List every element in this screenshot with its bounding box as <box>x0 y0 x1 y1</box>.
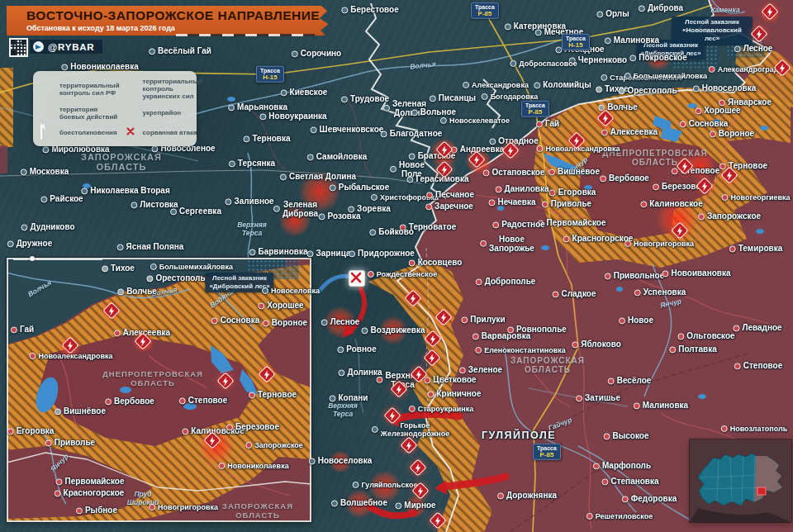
title-banner: ВОСТОЧНО-ЗАПОРОЖСКОЕ НАПРАВЛЕНИЕ Обстано… <box>7 6 330 36</box>
qr-code <box>9 38 28 57</box>
legend-icon-cell <box>124 126 139 140</box>
legend-item-label: территориальный контроль украинских сил <box>143 78 203 101</box>
map-subtitle: Обстановка к исходу 18 марта 2026 года <box>26 24 330 32</box>
telegram-icon <box>33 41 44 52</box>
legend-item-label: территориальный контроль сил РФ <box>59 82 120 97</box>
rf-attack-arrow <box>370 506 415 515</box>
legend-failed-attack-icon <box>124 125 126 140</box>
scalebar <box>176 34 315 36</box>
failed-attack-icon <box>349 270 365 287</box>
inset-scalebar <box>13 259 102 260</box>
legend-item-label: боестолкновения <box>59 129 120 136</box>
rf-attack-arrow <box>444 477 506 487</box>
legend-item-label: укрепрайон <box>143 109 203 116</box>
legend-clash-icon <box>40 125 42 140</box>
arrow-head <box>434 480 447 495</box>
legend-panel: территориальный контроль сил РФтерритори… <box>33 71 197 146</box>
rf-attack-arrow <box>396 414 459 419</box>
legend-item-label: сорванная атака <box>143 129 203 136</box>
map-canvas: Весёлый ГайБерестовоеСорочиноКатериновка… <box>0 0 793 532</box>
rf-attack-arrow <box>348 289 364 333</box>
channel-name: @RYBAR <box>48 42 94 52</box>
legend-item-label: территория боевых действий <box>59 106 120 121</box>
channel-badge: @RYBAR <box>30 40 102 54</box>
legend-icon-cell <box>40 126 55 140</box>
map-title: ВОСТОЧНО-ЗАПОРОЖСКОЕ НАПРАВЛЕНИЕ <box>26 8 330 23</box>
